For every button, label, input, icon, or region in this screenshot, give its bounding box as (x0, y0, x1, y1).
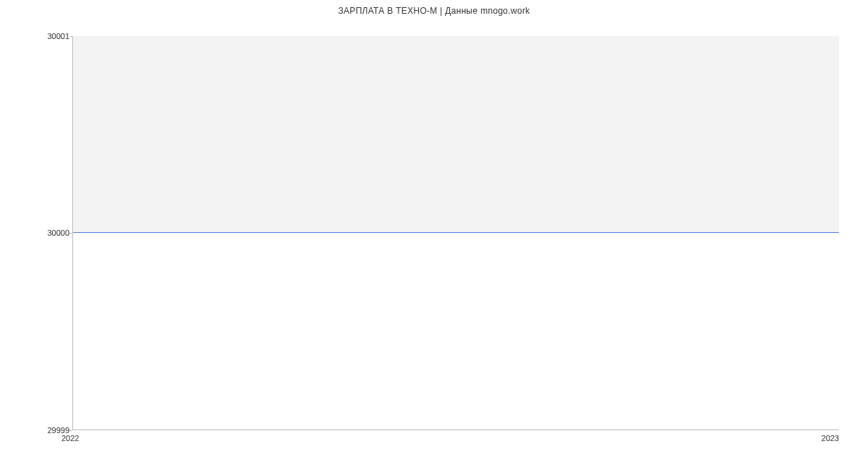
y-tick-label: 30000 (47, 228, 69, 237)
chart-title: ЗАРПЛАТА В ТЕХНО-М | Данные mnogo.work (0, 6, 868, 16)
y-tick-mark (69, 233, 72, 234)
x-tick-label: 2022 (61, 434, 79, 443)
y-tick-mark (69, 430, 72, 431)
x-tick-label: 2023 (822, 434, 839, 443)
plot-area (72, 36, 839, 430)
y-tick-mark (69, 36, 72, 37)
area-fill (73, 36, 839, 233)
y-tick-label: 30001 (47, 32, 69, 40)
line-series (73, 232, 839, 233)
